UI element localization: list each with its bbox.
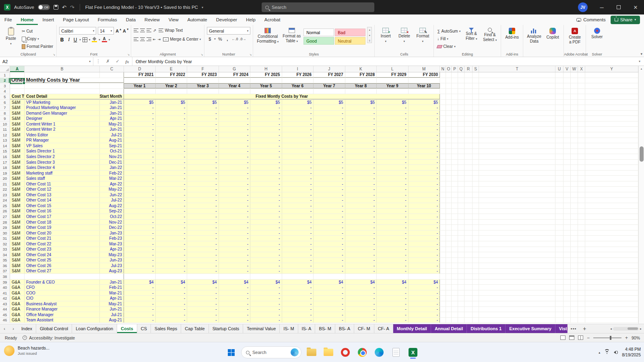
cell-L40[interactable]: - <box>377 285 409 290</box>
cell-E41[interactable]: - <box>156 290 188 296</box>
cell[interactable] <box>571 230 578 236</box>
cell[interactable] <box>314 89 345 94</box>
cell[interactable] <box>571 138 578 143</box>
alignment-dialog-launcher[interactable]: ↘ <box>200 53 203 56</box>
cell-G13[interactable]: - <box>219 138 251 143</box>
cell-L18[interactable]: - <box>377 165 409 170</box>
column-header-J[interactable]: J <box>314 66 345 72</box>
fy-header-8[interactable]: FY 2028 <box>345 72 377 78</box>
cell-H43[interactable]: - <box>250 301 282 306</box>
cell[interactable] <box>446 171 452 176</box>
cell[interactable] <box>571 100 578 105</box>
cell[interactable] <box>555 116 564 121</box>
cell[interactable] <box>446 165 452 170</box>
cell[interactable] <box>464 171 473 176</box>
cell-F15[interactable]: - <box>187 149 219 154</box>
cell-C34[interactable]: May-23 <box>100 252 124 257</box>
cell-J29[interactable]: - <box>314 225 345 230</box>
cell-F29[interactable]: - <box>187 225 219 230</box>
row-header-1[interactable]: 1 <box>0 72 10 78</box>
cell-B24[interactable]: Other Cost 14 <box>25 198 100 203</box>
cell[interactable] <box>571 296 578 301</box>
cell[interactable] <box>452 307 458 312</box>
cell-G14[interactable]: - <box>219 143 251 148</box>
cell-J33[interactable]: - <box>314 247 345 252</box>
cell-A16[interactable]: S&M <box>10 154 25 159</box>
cell[interactable] <box>585 301 638 306</box>
cell[interactable] <box>555 111 564 116</box>
font-dialog-launcher[interactable]: ↘ <box>127 53 130 56</box>
cell[interactable] <box>446 187 452 192</box>
cell[interactable] <box>458 83 464 88</box>
clipboard-dialog-launcher[interactable]: ↘ <box>53 53 55 56</box>
cell-D16[interactable]: - <box>124 154 156 159</box>
cell[interactable] <box>473 285 479 290</box>
cell-L34[interactable]: - <box>377 252 409 257</box>
cell-D14[interactable]: - <box>124 143 156 148</box>
cell[interactable] <box>446 290 452 296</box>
cell-G29[interactable]: - <box>219 225 251 230</box>
cell[interactable] <box>464 100 473 105</box>
cell-E17[interactable]: - <box>156 160 188 165</box>
cell[interactable] <box>571 149 578 154</box>
year-header-3[interactable]: Year 3 <box>187 83 219 88</box>
cell[interactable] <box>578 160 585 165</box>
cell-F6[interactable]: $5 <box>187 100 219 105</box>
cell[interactable] <box>473 165 479 170</box>
cell-F39[interactable]: $4 <box>187 280 219 285</box>
cell[interactable] <box>555 127 564 132</box>
create-pdf-button[interactable]: A Createa PDF <box>566 27 583 45</box>
cell[interactable] <box>473 252 479 257</box>
cell-C26[interactable]: Sep-22 <box>100 209 124 214</box>
cell[interactable] <box>578 241 585 247</box>
row-header-38[interactable]: 38 <box>0 274 10 279</box>
cell-H13[interactable]: - <box>250 138 282 143</box>
font-size-select[interactable]: 14▾ <box>98 27 114 35</box>
cell[interactable] <box>464 187 473 192</box>
cell[interactable] <box>446 318 452 323</box>
cell-K9[interactable]: - <box>345 116 377 121</box>
cell[interactable] <box>458 165 464 170</box>
cell[interactable] <box>571 160 578 165</box>
cell-K8[interactable]: - <box>345 111 377 116</box>
percent-style-icon[interactable]: % <box>217 37 223 41</box>
cell-style-good[interactable]: Good <box>303 37 334 45</box>
analyze-data-button[interactable]: AnalyzeData <box>526 27 543 44</box>
row-header-32[interactable]: 32 <box>0 241 10 247</box>
cell-F16[interactable]: - <box>187 154 219 159</box>
cell-E9[interactable]: - <box>156 116 188 121</box>
cell[interactable] <box>440 312 446 317</box>
cell-I41[interactable]: - <box>282 290 314 296</box>
cell-L45[interactable]: - <box>377 312 409 317</box>
cell[interactable] <box>578 230 585 236</box>
cell[interactable] <box>479 263 555 268</box>
cell-B33[interactable]: Other Cost 23 <box>25 247 100 252</box>
cell-K27[interactable]: - <box>345 214 377 219</box>
cell-M17[interactable]: - <box>409 160 440 165</box>
cell[interactable] <box>458 280 464 285</box>
row-header-25[interactable]: 25 <box>0 203 10 208</box>
cell[interactable] <box>440 209 446 214</box>
cell[interactable] <box>473 171 479 176</box>
cell[interactable] <box>564 176 571 181</box>
cell-K21[interactable]: - <box>345 181 377 187</box>
fy-header-7[interactable]: FY 2027 <box>314 72 345 78</box>
cell-C9[interactable]: Apr-21 <box>100 116 124 121</box>
cell[interactable] <box>578 94 585 99</box>
cell[interactable] <box>464 307 473 312</box>
cell-L32[interactable]: - <box>377 241 409 247</box>
sheet-tab-vist[interactable]: Vist <box>555 324 568 333</box>
cell[interactable] <box>564 89 571 94</box>
cell[interactable] <box>440 176 446 181</box>
cell[interactable] <box>464 318 473 323</box>
scroll-right-icon[interactable]: ▸ <box>640 327 642 331</box>
cell[interactable] <box>578 290 585 296</box>
cell-A21[interactable]: S&M <box>10 181 25 187</box>
cell-H27[interactable]: - <box>250 214 282 219</box>
cell[interactable] <box>578 192 585 197</box>
cell[interactable] <box>479 181 555 187</box>
cell-L24[interactable]: - <box>377 198 409 203</box>
cell-C45[interactable]: Jul-21 <box>100 312 124 317</box>
cell[interactable] <box>571 116 578 121</box>
column-header-N[interactable]: N <box>440 66 446 72</box>
